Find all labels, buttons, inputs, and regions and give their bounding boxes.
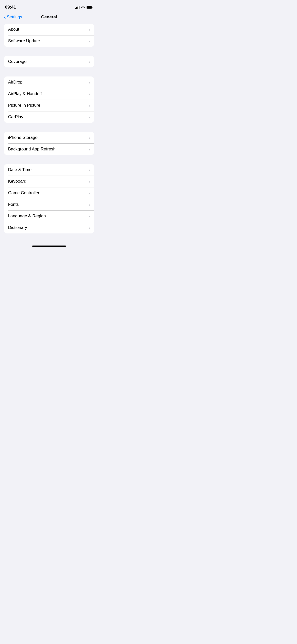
settings-row-software-update[interactable]: Software Update› bbox=[4, 35, 94, 47]
settings-row-about[interactable]: About› bbox=[4, 24, 94, 35]
nav-bar: ‹ Settings General bbox=[0, 13, 98, 24]
settings-label-language-region: Language & Region bbox=[8, 214, 46, 219]
page-title: General bbox=[41, 15, 57, 20]
chevron-right-icon: › bbox=[89, 147, 90, 151]
settings-row-dictionary[interactable]: Dictionary› bbox=[4, 222, 94, 233]
settings-row-game-controller[interactable]: Game Controller› bbox=[4, 187, 94, 199]
settings-label-fonts: Fonts bbox=[8, 202, 19, 207]
settings-label-date-time: Date & Time bbox=[8, 167, 32, 172]
settings-row-date-time[interactable]: Date & Time› bbox=[4, 164, 94, 176]
settings-row-background-app-refresh[interactable]: Background App Refresh› bbox=[4, 143, 94, 155]
settings-group-group-3: AirDrop›AirPlay & Handoff›Picture in Pic… bbox=[4, 76, 94, 123]
settings-label-about: About bbox=[8, 27, 19, 32]
settings-label-iphone-storage: iPhone Storage bbox=[8, 135, 37, 140]
settings-groups: About›Software Update›Coverage›AirDrop›A… bbox=[0, 24, 98, 244]
back-chevron-icon: ‹ bbox=[4, 15, 6, 20]
chevron-right-icon: › bbox=[89, 168, 90, 172]
chevron-right-icon: › bbox=[89, 80, 90, 85]
settings-row-airdrop[interactable]: AirDrop› bbox=[4, 76, 94, 88]
signal-icon bbox=[75, 6, 79, 9]
settings-label-dictionary: Dictionary bbox=[8, 225, 27, 230]
settings-row-picture-in-picture[interactable]: Picture in Picture› bbox=[4, 100, 94, 111]
settings-label-keyboard: Keyboard bbox=[8, 179, 26, 184]
settings-row-airplay-handoff[interactable]: AirPlay & Handoff› bbox=[4, 88, 94, 100]
chevron-right-icon: › bbox=[89, 203, 90, 207]
home-indicator bbox=[0, 244, 98, 248]
settings-row-fonts[interactable]: Fonts› bbox=[4, 199, 94, 210]
chevron-right-icon: › bbox=[89, 191, 90, 195]
settings-row-carplay[interactable]: CarPlay› bbox=[4, 111, 94, 123]
back-button[interactable]: ‹ Settings bbox=[4, 15, 22, 20]
back-label: Settings bbox=[7, 15, 22, 20]
chevron-right-icon: › bbox=[89, 39, 90, 43]
settings-label-airplay-handoff: AirPlay & Handoff bbox=[8, 91, 42, 96]
chevron-right-icon: › bbox=[89, 60, 90, 64]
chevron-right-icon: › bbox=[89, 226, 90, 230]
battery-icon bbox=[87, 6, 93, 9]
chevron-right-icon: › bbox=[89, 103, 90, 108]
svg-rect-1 bbox=[87, 6, 92, 9]
chevron-right-icon: › bbox=[89, 27, 90, 32]
status-bar: 09:41 bbox=[0, 0, 98, 13]
settings-label-background-app-refresh: Background App Refresh bbox=[8, 147, 56, 152]
settings-row-iphone-storage[interactable]: iPhone Storage› bbox=[4, 132, 94, 143]
settings-row-keyboard[interactable]: Keyboard› bbox=[4, 176, 94, 187]
wifi-icon bbox=[81, 6, 85, 9]
settings-label-carplay: CarPlay bbox=[8, 114, 23, 119]
settings-label-picture-in-picture: Picture in Picture bbox=[8, 103, 40, 108]
chevron-right-icon: › bbox=[89, 179, 90, 184]
settings-label-software-update: Software Update bbox=[8, 38, 40, 44]
status-icons bbox=[75, 6, 93, 9]
status-time: 09:41 bbox=[5, 5, 16, 10]
chevron-right-icon: › bbox=[89, 136, 90, 140]
settings-group-group-4: iPhone Storage›Background App Refresh› bbox=[4, 132, 94, 155]
chevron-right-icon: › bbox=[89, 115, 90, 119]
settings-row-coverage[interactable]: Coverage› bbox=[4, 56, 94, 67]
settings-label-airdrop: AirDrop bbox=[8, 80, 23, 85]
home-indicator-bar bbox=[32, 246, 66, 247]
chevron-right-icon: › bbox=[89, 92, 90, 96]
settings-group-group-5: Date & Time›Keyboard›Game Controller›Fon… bbox=[4, 164, 94, 233]
chevron-right-icon: › bbox=[89, 214, 90, 218]
settings-group-group-2: Coverage› bbox=[4, 56, 94, 67]
settings-group-group-1: About›Software Update› bbox=[4, 24, 94, 47]
settings-row-language-region[interactable]: Language & Region› bbox=[4, 210, 94, 222]
settings-label-game-controller: Game Controller bbox=[8, 190, 39, 195]
settings-label-coverage: Coverage bbox=[8, 59, 27, 64]
